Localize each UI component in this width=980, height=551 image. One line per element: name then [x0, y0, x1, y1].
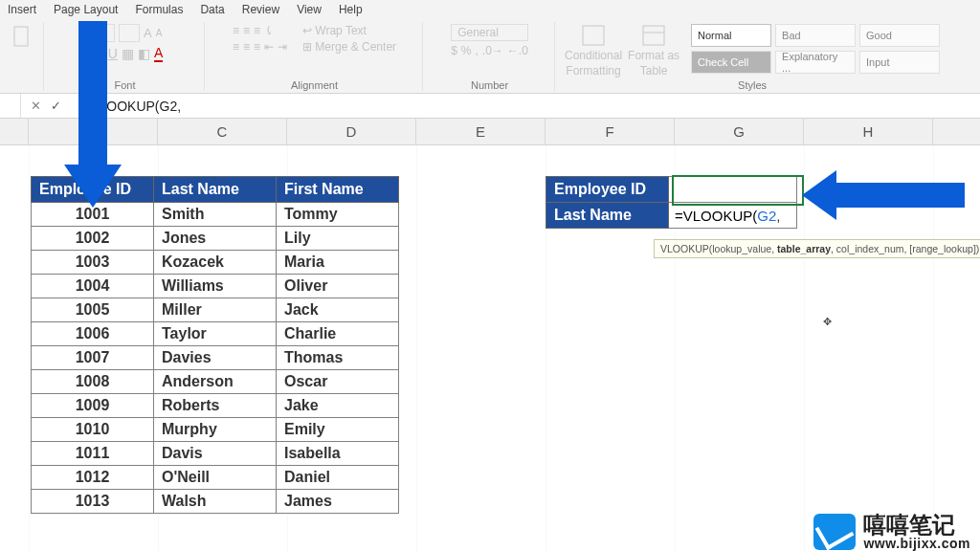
style-explanatory[interactable]: Explanatory ...	[775, 51, 856, 74]
decrease-font-icon[interactable]: A	[156, 28, 163, 38]
number-format-box[interactable]: General	[451, 24, 528, 41]
cell-employee-id[interactable]: 1010	[32, 418, 154, 442]
cell-employee-id[interactable]: 1002	[32, 227, 154, 251]
cell-employee-id[interactable]: 1007	[32, 346, 154, 370]
table-row[interactable]: 1010MurphyEmily	[32, 418, 399, 442]
table-row[interactable]: 1011DavisIsabella	[32, 442, 399, 466]
th-last-name[interactable]: Last Name	[154, 177, 277, 203]
cell-employee-id[interactable]: 1006	[32, 322, 154, 346]
table-row[interactable]: 1008AndersonOscar	[32, 370, 399, 394]
table-row[interactable]: 1005MillerJack	[32, 298, 399, 322]
cell-g2[interactable]	[669, 177, 797, 203]
cell-first-name[interactable]: Jake	[277, 394, 399, 418]
italic-button[interactable]: I	[100, 46, 104, 61]
style-good[interactable]: Good	[859, 24, 940, 47]
increase-decimal-icon[interactable]: .0→	[482, 44, 503, 57]
col-g[interactable]: G	[675, 119, 804, 144]
col-c[interactable]: C	[158, 119, 287, 144]
conditional-formatting-button[interactable]: Conditional Formatting	[565, 24, 622, 77]
table-row[interactable]: 1006TaylorCharlie	[32, 322, 399, 346]
cell-last-name[interactable]: Miller	[154, 298, 277, 322]
currency-button[interactable]: $	[451, 44, 457, 57]
col-f[interactable]: F	[546, 119, 675, 144]
col-h[interactable]: H	[804, 119, 933, 144]
table-row[interactable]: 1004WilliamsOliver	[32, 275, 399, 298]
cell-employee-id[interactable]: 1001	[32, 203, 154, 227]
tab-formulas[interactable]: Formulas	[135, 3, 183, 16]
decrease-decimal-icon[interactable]: ←.0	[507, 44, 528, 57]
merge-center-button[interactable]: ⊞ Merge & Center	[302, 40, 396, 54]
cell-first-name[interactable]: Thomas	[277, 346, 399, 370]
cell-employee-id[interactable]: 1012	[32, 466, 154, 490]
worksheet[interactable]: Employee ID Last Name First Name 1001Smi…	[0, 145, 980, 551]
underline-button[interactable]: U	[108, 46, 118, 61]
cell-last-name[interactable]: O'Neill	[154, 466, 277, 490]
table-row[interactable]: 1002JonesLily	[32, 227, 399, 251]
table-row[interactable]: 1001SmithTommy	[32, 203, 399, 227]
percent-button[interactable]: %	[461, 44, 472, 57]
cell-g3-formula[interactable]: =VLOOKUP(G2,	[669, 203, 797, 229]
table-row[interactable]: 1013WalshJames	[32, 490, 399, 514]
font-color-button[interactable]: A	[154, 45, 163, 62]
cell-last-name[interactable]: Williams	[154, 275, 277, 298]
table-row[interactable]: 1012O'NeillDaniel	[32, 466, 399, 490]
cell-first-name[interactable]: Daniel	[277, 466, 399, 490]
cell-first-name[interactable]: Jack	[277, 298, 399, 322]
col-e[interactable]: E	[416, 119, 546, 144]
cell-first-name[interactable]: Charlie	[277, 322, 399, 346]
cell-first-name[interactable]: Oscar	[277, 370, 399, 394]
cell-first-name[interactable]: Maria	[277, 251, 399, 275]
cell-employee-id[interactable]: 1005	[32, 298, 154, 322]
th-first-name[interactable]: First Name	[277, 177, 399, 203]
cell-employee-id[interactable]: 1008	[32, 370, 154, 394]
cell-last-name[interactable]: Davies	[154, 346, 277, 370]
table-row[interactable]: 1009RobertsJake	[32, 394, 399, 418]
tab-review[interactable]: Review	[242, 3, 279, 16]
cell-employee-id[interactable]: 1009	[32, 394, 154, 418]
cancel-formula-icon[interactable]: ✕	[31, 99, 41, 113]
cell-last-name[interactable]: Taylor	[154, 322, 277, 346]
cell-last-name[interactable]: Kozacek	[154, 251, 277, 275]
style-check-cell[interactable]: Check Cell	[691, 51, 771, 74]
col-corner[interactable]	[0, 119, 29, 144]
lookup-label-empid[interactable]: Employee ID	[546, 177, 669, 203]
font-size-box[interactable]	[119, 24, 140, 42]
cell-last-name[interactable]: Murphy	[154, 418, 277, 442]
indent-increase-icon[interactable]: ⇥	[278, 40, 287, 54]
name-box[interactable]	[0, 94, 21, 118]
tab-help[interactable]: Help	[339, 3, 363, 16]
table-row[interactable]: 1007DaviesThomas	[32, 346, 399, 370]
style-bad[interactable]: Bad	[775, 24, 856, 47]
cell-last-name[interactable]: Smith	[154, 203, 277, 227]
column-headers[interactable]: C D E F G H	[0, 119, 980, 145]
cell-first-name[interactable]: Tommy	[277, 203, 399, 227]
border-button[interactable]: ▦	[122, 46, 134, 61]
increase-font-icon[interactable]: A	[144, 26, 152, 40]
confirm-formula-icon[interactable]: ✓	[51, 99, 61, 113]
paste-button[interactable]	[11, 24, 33, 51]
comma-button[interactable]: ,	[475, 44, 478, 57]
wrap-text-button[interactable]: ↩ Wrap Text	[302, 24, 367, 37]
fill-color-button[interactable]: ◧	[138, 46, 150, 61]
style-input[interactable]: Input	[859, 51, 940, 74]
tab-data[interactable]: Data	[200, 3, 224, 16]
indent-decrease-icon[interactable]: ⇤	[264, 40, 274, 54]
cell-last-name[interactable]: Davis	[154, 442, 277, 466]
cell-first-name[interactable]: Emily	[277, 418, 399, 442]
cell-last-name[interactable]: Roberts	[154, 394, 277, 418]
bold-button[interactable]: B	[87, 46, 97, 61]
cell-last-name[interactable]: Walsh	[154, 490, 277, 514]
orientation-icon[interactable]: ⤹	[264, 24, 274, 37]
cell-employee-id[interactable]: 1003	[32, 251, 154, 275]
tab-insert[interactable]: Insert	[8, 3, 36, 16]
cell-first-name[interactable]: Lily	[277, 227, 399, 251]
lookup-label-lastname[interactable]: Last Name	[546, 203, 669, 229]
cell-first-name[interactable]: Oliver	[277, 275, 399, 298]
cell-employee-id[interactable]: 1011	[32, 442, 154, 466]
th-employee-id[interactable]: Employee ID	[32, 177, 154, 203]
cell-employee-id[interactable]: 1013	[32, 490, 154, 514]
col-b[interactable]	[29, 119, 158, 144]
formula-input[interactable]: =VLOOKUP(G2,	[71, 99, 181, 114]
font-family-box[interactable]	[87, 24, 116, 42]
style-normal[interactable]: Normal	[691, 24, 771, 47]
